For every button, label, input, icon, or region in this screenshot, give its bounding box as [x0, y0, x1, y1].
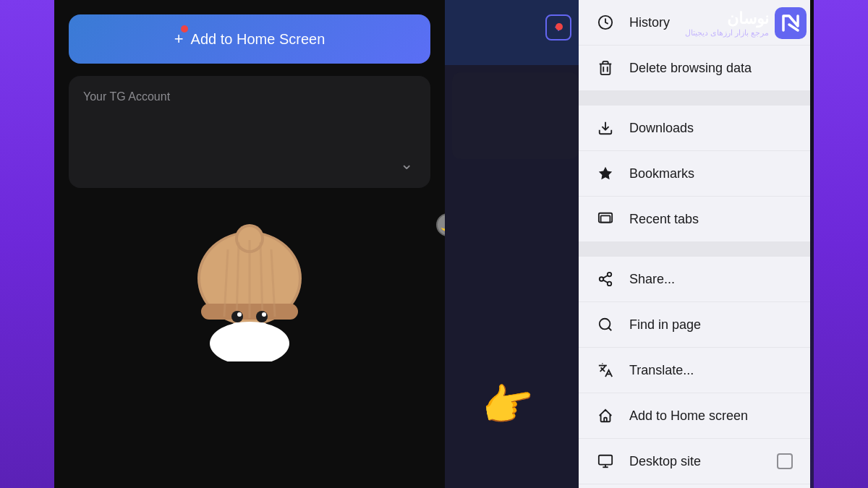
downloads-label: Downloads — [629, 121, 694, 136]
svg-point-16 — [231, 311, 243, 322]
desktop_site-label: Desktop site — [629, 454, 701, 469]
share-icon — [596, 270, 615, 288]
svg-point-17 — [256, 311, 268, 322]
desktop_site-checkbox[interactable] — [777, 453, 793, 469]
svg-point-14 — [229, 322, 246, 340]
svg-point-15 — [253, 322, 271, 340]
svg-marker-24 — [599, 167, 612, 179]
downloads-icon — [596, 119, 615, 137]
red-notification-dot — [556, 23, 563, 30]
add-to-home-screen-button[interactable]: + Add to Home Screen — [69, 14, 430, 64]
plus-badge: + — [545, 14, 571, 40]
add_to_home_screen-icon — [596, 406, 615, 425]
add_to_home_screen-label: Add to Home screen — [629, 408, 748, 424]
recent_tabs-icon — [596, 210, 615, 228]
svg-line-30 — [603, 280, 608, 283]
bookmarks-label: Bookmarks — [629, 166, 694, 181]
planet-icon: 🌙 — [436, 213, 445, 236]
delete_browsing_data-label: Delete browsing data — [629, 61, 752, 76]
right-sidebar — [814, 0, 868, 488]
brand-icon — [775, 7, 807, 39]
menu-item-translate[interactable]: Translate... — [579, 348, 810, 393]
menu-separator — [579, 91, 810, 106]
svg-rect-26 — [601, 215, 610, 222]
middle-top-bar: + — [445, 0, 586, 65]
menu-item-share[interactable]: Share... — [579, 257, 810, 302]
svg-line-33 — [608, 328, 611, 330]
notification-dot — [181, 25, 188, 33]
menu-item-find_in_page[interactable]: Find in page — [579, 302, 810, 348]
middle-content-box — [452, 72, 579, 159]
tg-account-section[interactable]: Your TG Account ⌄ — [69, 76, 430, 188]
menu-item-bookmarks[interactable]: Bookmarks — [579, 151, 810, 197]
brand-subtitle: مرجع بازار ارزهای دیجیتال — [685, 28, 769, 38]
hand-pointer-emoji: 👉 — [477, 374, 539, 435]
translate-icon — [596, 361, 615, 380]
dropdown-menu: HistoryDelete browsing dataDownloadsBook… — [579, 0, 810, 488]
bookmarks-icon — [596, 164, 615, 183]
find_in_page-icon — [596, 315, 615, 334]
plus-icon: + — [174, 30, 184, 48]
desktop_site-icon — [596, 452, 615, 471]
left-sidebar — [0, 0, 54, 488]
recent_tabs-label: Recent tabs — [629, 212, 699, 227]
svg-point-29 — [608, 282, 612, 286]
phone-screen: + Add to Home Screen Your TG Account ⌄ — [54, 0, 445, 488]
brand-icon-svg — [779, 12, 802, 35]
history-icon — [596, 13, 615, 32]
translate-label: Translate... — [629, 363, 694, 378]
menu-item-add_to_home_screen[interactable]: Add to Home screen — [579, 393, 810, 439]
svg-line-31 — [603, 275, 608, 278]
mascot-area: ✦ ✦ 🌙 — [54, 210, 445, 361]
svg-point-32 — [600, 319, 610, 330]
svg-point-27 — [608, 273, 612, 277]
svg-point-12 — [218, 337, 238, 357]
menu-item-delete_browsing_data[interactable]: Delete browsing data — [579, 46, 810, 91]
phone-middle-section: + 👉 — [445, 0, 586, 488]
add-button-label: Add to Home Screen — [191, 31, 326, 48]
delete_browsing_data-icon — [596, 59, 615, 77]
dog-mascot-svg — [174, 210, 326, 361]
menu-item-recent_tabs[interactable]: Recent tabs — [579, 197, 810, 242]
brand-logo: نوسان مرجع بازار ارزهای دیجیتال — [685, 7, 807, 39]
svg-point-19 — [262, 312, 266, 317]
chevron-down-icon: ⌄ — [400, 155, 413, 174]
history-label: History — [629, 15, 670, 30]
menu-separator — [579, 242, 810, 257]
find_in_page-label: Find in page — [629, 317, 701, 333]
menu-item-desktop_site[interactable]: Desktop site — [579, 439, 810, 484]
svg-rect-34 — [599, 455, 612, 465]
svg-point-13 — [261, 337, 281, 357]
svg-point-18 — [237, 312, 242, 317]
menu-item-downloads[interactable]: Downloads — [579, 106, 810, 151]
svg-point-28 — [600, 277, 604, 281]
brand-title: نوسان — [685, 9, 769, 28]
brand-text-block: نوسان مرجع بازار ارزهای دیجیتال — [685, 9, 769, 38]
tg-account-label: Your TG Account — [83, 90, 170, 103]
share-label: Share... — [629, 272, 675, 287]
